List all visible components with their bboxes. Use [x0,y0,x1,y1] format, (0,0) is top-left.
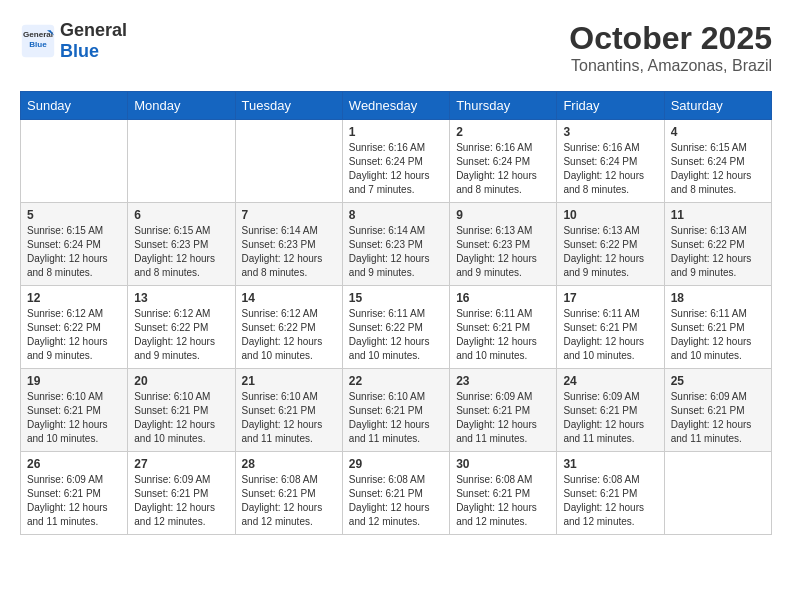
day-info: Sunrise: 6:09 AM Sunset: 6:21 PM Dayligh… [134,473,228,529]
day-info: Sunrise: 6:08 AM Sunset: 6:21 PM Dayligh… [242,473,336,529]
calendar-header-row: SundayMondayTuesdayWednesdayThursdayFrid… [21,92,772,120]
calendar-day-cell: 16Sunrise: 6:11 AM Sunset: 6:21 PM Dayli… [450,286,557,369]
day-number: 4 [671,125,765,139]
calendar-day-cell: 21Sunrise: 6:10 AM Sunset: 6:21 PM Dayli… [235,369,342,452]
weekday-header: Thursday [450,92,557,120]
day-info: Sunrise: 6:16 AM Sunset: 6:24 PM Dayligh… [563,141,657,197]
day-number: 29 [349,457,443,471]
calendar-day-cell [664,452,771,535]
month-title: October 2025 [569,20,772,57]
calendar-day-cell: 26Sunrise: 6:09 AM Sunset: 6:21 PM Dayli… [21,452,128,535]
calendar-day-cell: 3Sunrise: 6:16 AM Sunset: 6:24 PM Daylig… [557,120,664,203]
title-block: October 2025 Tonantins, Amazonas, Brazil [569,20,772,75]
day-info: Sunrise: 6:15 AM Sunset: 6:23 PM Dayligh… [134,224,228,280]
logo: General Blue General Blue [20,20,127,62]
day-number: 6 [134,208,228,222]
day-number: 1 [349,125,443,139]
calendar-day-cell: 20Sunrise: 6:10 AM Sunset: 6:21 PM Dayli… [128,369,235,452]
day-number: 9 [456,208,550,222]
day-number: 30 [456,457,550,471]
calendar-day-cell: 29Sunrise: 6:08 AM Sunset: 6:21 PM Dayli… [342,452,449,535]
calendar-day-cell: 31Sunrise: 6:08 AM Sunset: 6:21 PM Dayli… [557,452,664,535]
calendar-day-cell: 13Sunrise: 6:12 AM Sunset: 6:22 PM Dayli… [128,286,235,369]
calendar-day-cell: 2Sunrise: 6:16 AM Sunset: 6:24 PM Daylig… [450,120,557,203]
day-number: 18 [671,291,765,305]
day-info: Sunrise: 6:10 AM Sunset: 6:21 PM Dayligh… [349,390,443,446]
day-info: Sunrise: 6:15 AM Sunset: 6:24 PM Dayligh… [671,141,765,197]
calendar-day-cell: 18Sunrise: 6:11 AM Sunset: 6:21 PM Dayli… [664,286,771,369]
day-number: 23 [456,374,550,388]
day-number: 12 [27,291,121,305]
day-number: 27 [134,457,228,471]
day-number: 7 [242,208,336,222]
day-info: Sunrise: 6:12 AM Sunset: 6:22 PM Dayligh… [242,307,336,363]
logo-text: General Blue [60,20,127,62]
day-number: 13 [134,291,228,305]
weekday-header: Friday [557,92,664,120]
weekday-header: Monday [128,92,235,120]
calendar-day-cell: 7Sunrise: 6:14 AM Sunset: 6:23 PM Daylig… [235,203,342,286]
calendar-week-row: 19Sunrise: 6:10 AM Sunset: 6:21 PM Dayli… [21,369,772,452]
weekday-header: Sunday [21,92,128,120]
day-info: Sunrise: 6:15 AM Sunset: 6:24 PM Dayligh… [27,224,121,280]
day-number: 8 [349,208,443,222]
day-number: 25 [671,374,765,388]
logo-general: General [60,20,127,40]
day-number: 2 [456,125,550,139]
calendar-day-cell: 15Sunrise: 6:11 AM Sunset: 6:22 PM Dayli… [342,286,449,369]
day-info: Sunrise: 6:09 AM Sunset: 6:21 PM Dayligh… [563,390,657,446]
day-info: Sunrise: 6:16 AM Sunset: 6:24 PM Dayligh… [349,141,443,197]
day-info: Sunrise: 6:11 AM Sunset: 6:21 PM Dayligh… [563,307,657,363]
day-number: 17 [563,291,657,305]
calendar-week-row: 1Sunrise: 6:16 AM Sunset: 6:24 PM Daylig… [21,120,772,203]
calendar-day-cell [21,120,128,203]
day-info: Sunrise: 6:11 AM Sunset: 6:22 PM Dayligh… [349,307,443,363]
calendar-day-cell: 10Sunrise: 6:13 AM Sunset: 6:22 PM Dayli… [557,203,664,286]
weekday-header: Wednesday [342,92,449,120]
weekday-header: Tuesday [235,92,342,120]
day-number: 19 [27,374,121,388]
page-header: General Blue General Blue October 2025 T… [20,20,772,75]
day-info: Sunrise: 6:14 AM Sunset: 6:23 PM Dayligh… [349,224,443,280]
day-info: Sunrise: 6:11 AM Sunset: 6:21 PM Dayligh… [671,307,765,363]
calendar-day-cell: 25Sunrise: 6:09 AM Sunset: 6:21 PM Dayli… [664,369,771,452]
day-info: Sunrise: 6:10 AM Sunset: 6:21 PM Dayligh… [242,390,336,446]
calendar-week-row: 5Sunrise: 6:15 AM Sunset: 6:24 PM Daylig… [21,203,772,286]
logo-blue: Blue [60,41,99,61]
calendar-table: SundayMondayTuesdayWednesdayThursdayFrid… [20,91,772,535]
calendar-week-row: 26Sunrise: 6:09 AM Sunset: 6:21 PM Dayli… [21,452,772,535]
day-info: Sunrise: 6:12 AM Sunset: 6:22 PM Dayligh… [134,307,228,363]
day-info: Sunrise: 6:12 AM Sunset: 6:22 PM Dayligh… [27,307,121,363]
svg-text:General: General [23,30,53,39]
day-info: Sunrise: 6:08 AM Sunset: 6:21 PM Dayligh… [349,473,443,529]
calendar-day-cell: 14Sunrise: 6:12 AM Sunset: 6:22 PM Dayli… [235,286,342,369]
day-info: Sunrise: 6:14 AM Sunset: 6:23 PM Dayligh… [242,224,336,280]
day-number: 28 [242,457,336,471]
calendar-week-row: 12Sunrise: 6:12 AM Sunset: 6:22 PM Dayli… [21,286,772,369]
day-number: 20 [134,374,228,388]
calendar-day-cell: 24Sunrise: 6:09 AM Sunset: 6:21 PM Dayli… [557,369,664,452]
day-info: Sunrise: 6:16 AM Sunset: 6:24 PM Dayligh… [456,141,550,197]
calendar-day-cell: 23Sunrise: 6:09 AM Sunset: 6:21 PM Dayli… [450,369,557,452]
calendar-day-cell: 8Sunrise: 6:14 AM Sunset: 6:23 PM Daylig… [342,203,449,286]
day-info: Sunrise: 6:13 AM Sunset: 6:23 PM Dayligh… [456,224,550,280]
day-number: 15 [349,291,443,305]
day-number: 31 [563,457,657,471]
day-info: Sunrise: 6:08 AM Sunset: 6:21 PM Dayligh… [456,473,550,529]
day-info: Sunrise: 6:13 AM Sunset: 6:22 PM Dayligh… [671,224,765,280]
day-info: Sunrise: 6:09 AM Sunset: 6:21 PM Dayligh… [27,473,121,529]
day-number: 24 [563,374,657,388]
calendar-day-cell: 12Sunrise: 6:12 AM Sunset: 6:22 PM Dayli… [21,286,128,369]
location: Tonantins, Amazonas, Brazil [569,57,772,75]
calendar-day-cell [235,120,342,203]
day-info: Sunrise: 6:11 AM Sunset: 6:21 PM Dayligh… [456,307,550,363]
calendar-day-cell: 30Sunrise: 6:08 AM Sunset: 6:21 PM Dayli… [450,452,557,535]
calendar-day-cell: 11Sunrise: 6:13 AM Sunset: 6:22 PM Dayli… [664,203,771,286]
calendar-day-cell: 17Sunrise: 6:11 AM Sunset: 6:21 PM Dayli… [557,286,664,369]
day-number: 16 [456,291,550,305]
day-number: 21 [242,374,336,388]
day-info: Sunrise: 6:10 AM Sunset: 6:21 PM Dayligh… [134,390,228,446]
calendar-day-cell: 28Sunrise: 6:08 AM Sunset: 6:21 PM Dayli… [235,452,342,535]
day-info: Sunrise: 6:10 AM Sunset: 6:21 PM Dayligh… [27,390,121,446]
day-number: 5 [27,208,121,222]
